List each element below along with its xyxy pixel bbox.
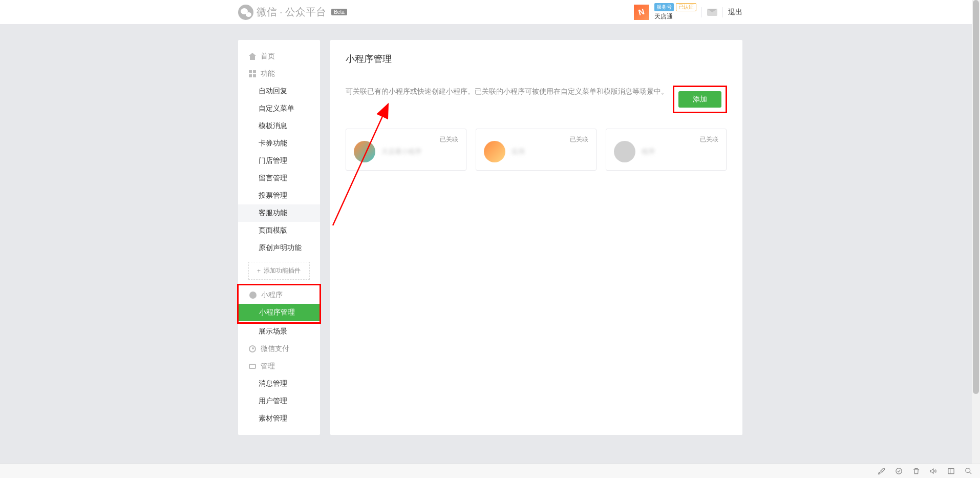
nav-home[interactable]: 首页 xyxy=(238,48,320,65)
mini-app-card[interactable]: 已关联 天店通小程序 xyxy=(346,129,466,171)
content-panel: 小程序管理 可关联已有的小程序或快速创建小程序。已关联的小程序可被使用在自定义菜… xyxy=(330,40,742,435)
tag-row: 服务号 已认证 xyxy=(654,3,696,11)
nav-functions-header[interactable]: 功能 xyxy=(238,65,320,82)
verified-tag: 已认证 xyxy=(676,3,696,11)
miniapp-avatar-icon xyxy=(484,141,505,162)
nav-item-store[interactable]: 门店管理 xyxy=(238,152,320,170)
plus-icon: + xyxy=(257,267,261,275)
sidebar: 首页 功能 自动回复 自定义菜单 模板消息 卡券功能 门店管理 留言管理 投票管… xyxy=(238,40,320,435)
content-description: 可关联已有的小程序或快速创建小程序。已关联的小程序可被使用在自定义菜单和模版消息… xyxy=(346,86,668,97)
wechat-pay-icon xyxy=(248,345,257,353)
top-header-inner: 微信 · 公众平台 Beta N 服务号 已认证 天店通 退出 xyxy=(238,3,742,21)
nav-item-material-manage[interactable]: 素材管理 xyxy=(238,410,320,427)
nav-functions-label: 功能 xyxy=(261,69,275,78)
content-action-row: 可关联已有的小程序或快速创建小程序。已关联的小程序可被使用在自定义菜单和模版消息… xyxy=(346,86,727,113)
nav-item-display-scene[interactable]: 展示场景 xyxy=(238,323,320,340)
mini-app-body: 天店通小程序 xyxy=(354,141,458,162)
nav-wechat-pay[interactable]: 微信支付 xyxy=(238,340,320,358)
add-button[interactable]: 添加 xyxy=(678,91,721,108)
service-tag: 服务号 xyxy=(654,3,674,11)
nav-item-auto-reply[interactable]: 自动回复 xyxy=(238,82,320,100)
status-badge: 已关联 xyxy=(440,135,458,144)
mini-app-name: 程序 xyxy=(642,147,655,156)
page-title: 小程序管理 xyxy=(346,53,727,65)
divider xyxy=(701,7,702,17)
status-badge: 已关联 xyxy=(700,135,718,144)
nav-item-comment[interactable]: 留言管理 xyxy=(238,170,320,187)
user-area: N 服务号 已认证 天店通 退出 xyxy=(634,3,742,21)
mini-apps-list: 已关联 天店通小程序 已关联 应用 已关联 程序 xyxy=(346,129,727,171)
nav-miniapp-label: 小程序 xyxy=(261,290,283,300)
link-icon xyxy=(249,291,257,299)
logout-link[interactable]: 退出 xyxy=(728,8,742,17)
avatar-text: N xyxy=(637,7,646,17)
add-plugin-label: 添加功能插件 xyxy=(264,266,301,275)
top-header: 微信 · 公众平台 Beta N 服务号 已认证 天店通 退出 xyxy=(0,0,980,25)
scrollbar-track[interactable] xyxy=(972,0,980,435)
mini-app-body: 程序 xyxy=(614,141,718,162)
nav-wechat-pay-label: 微信支付 xyxy=(261,344,289,354)
nav-item-template-msg[interactable]: 模板消息 xyxy=(238,117,320,135)
nav-item-custom-menu[interactable]: 自定义菜单 xyxy=(238,100,320,117)
mini-app-name: 应用 xyxy=(512,147,525,156)
mini-app-card[interactable]: 已关联 程序 xyxy=(606,129,727,171)
nav-item-msg-manage[interactable]: 消息管理 xyxy=(238,375,320,392)
annotation-highlight-button: 添加 xyxy=(673,86,727,113)
mini-app-body: 应用 xyxy=(484,141,588,162)
mini-app-name: 天店通小程序 xyxy=(381,147,421,156)
nav-item-original[interactable]: 原创声明功能 xyxy=(238,239,320,257)
platform-title: 微信 · 公众平台 xyxy=(257,5,327,19)
nav-item-miniapp-manage[interactable]: 小程序管理 xyxy=(239,304,319,321)
status-badge: 已关联 xyxy=(570,135,588,144)
account-avatar[interactable]: N xyxy=(634,5,649,20)
logo-area[interactable]: 微信 · 公众平台 Beta xyxy=(238,5,347,20)
nav-item-user-manage[interactable]: 用户管理 xyxy=(238,392,320,410)
mini-app-card[interactable]: 已关联 应用 xyxy=(476,129,596,171)
nav-item-page-template[interactable]: 页面模版 xyxy=(238,222,320,239)
nav-management-label: 管理 xyxy=(261,362,275,371)
add-plugin-button[interactable]: + 添加功能插件 xyxy=(248,262,310,280)
nav-item-card[interactable]: 卡券功能 xyxy=(238,135,320,152)
account-name: 天店通 xyxy=(654,12,696,21)
nav-miniapp-header[interactable]: 小程序 xyxy=(239,286,319,304)
home-icon xyxy=(248,52,257,60)
annotation-highlight-sidebar: 小程序 小程序管理 xyxy=(237,284,321,324)
scrollbar-thumb[interactable] xyxy=(973,0,979,394)
inbox-icon xyxy=(248,362,257,370)
beta-badge: Beta xyxy=(331,9,347,15)
nav-item-customer-service[interactable]: 客服功能 xyxy=(238,204,320,222)
miniapp-avatar-icon xyxy=(354,141,375,162)
mail-icon[interactable] xyxy=(707,9,717,16)
user-tags: 服务号 已认证 天店通 xyxy=(654,3,696,21)
main-container: 首页 功能 自动回复 自定义菜单 模板消息 卡券功能 门店管理 留言管理 投票管… xyxy=(238,40,742,435)
divider xyxy=(722,7,723,17)
nav-home-label: 首页 xyxy=(261,52,275,61)
miniapp-avatar-icon xyxy=(614,141,635,162)
nav-item-vote[interactable]: 投票管理 xyxy=(238,187,320,204)
nav-management-header[interactable]: 管理 xyxy=(238,358,320,375)
wechat-logo-icon xyxy=(238,5,253,20)
grid-icon xyxy=(248,70,257,78)
